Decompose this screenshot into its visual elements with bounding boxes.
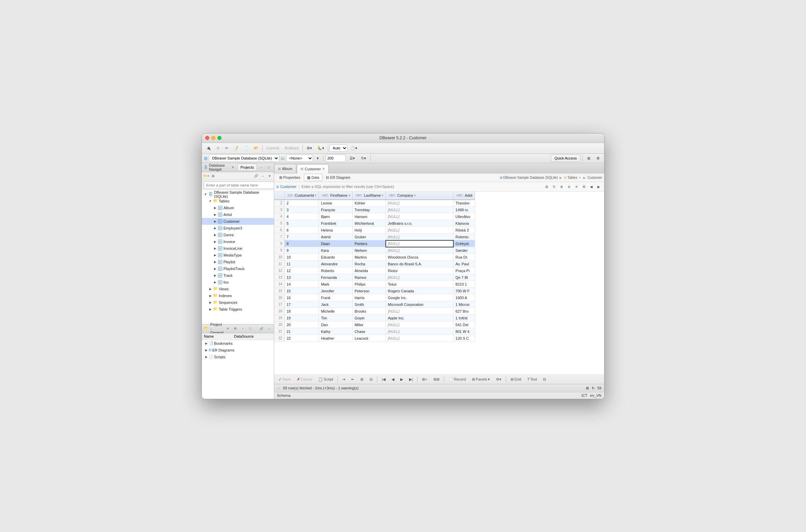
nav-minimize-button[interactable]: − xyxy=(258,164,264,170)
table-row[interactable]: Roberto xyxy=(319,267,352,274)
minimize-button[interactable] xyxy=(211,136,215,140)
sidebar-item-track[interactable]: ▶ ⊞ Track xyxy=(202,272,274,279)
table-row[interactable]: 13 xyxy=(274,274,284,281)
table-row[interactable]: 2 xyxy=(284,200,319,207)
close-button[interactable] xyxy=(205,136,209,140)
new-connection-button[interactable]: ☆ xyxy=(214,144,222,152)
table-row[interactable]: Hansen xyxy=(352,213,386,220)
table-row[interactable]: František xyxy=(319,220,352,227)
table-row[interactable]: Köhler xyxy=(352,200,386,207)
table-row[interactable]: 17 xyxy=(274,301,284,308)
table-row[interactable]: 20 xyxy=(284,321,319,328)
table-row[interactable]: François xyxy=(319,207,352,213)
more-options-button[interactable]: ⚙ xyxy=(594,154,602,162)
table-row[interactable]: JetBrains s.r.o. xyxy=(386,220,453,227)
subtab-erdiagram[interactable]: ⊟ ER Diagram xyxy=(323,174,353,181)
sidebar-item-sequences[interactable]: ▶ 📁 Sequences xyxy=(202,299,274,306)
table-row[interactable]: 2 xyxy=(274,200,284,207)
table-row[interactable]: 4 xyxy=(284,213,319,220)
table-row[interactable]: 11 xyxy=(284,261,319,267)
text-button[interactable]: T Text xyxy=(525,376,540,383)
project-link-button[interactable]: 🔗 xyxy=(258,325,264,331)
sidebar-item-db[interactable]: ▼ 🗄 DBeaver Sample Database (SQLite) xyxy=(202,191,274,198)
col-header-company[interactable]: ABC Company ▾ xyxy=(386,192,453,200)
table-row[interactable]: [NULL] xyxy=(386,328,453,335)
sidebar-item-mediatype[interactable]: ▶ ⊞ MediaType xyxy=(202,252,274,259)
table-row[interactable]: Rotentu xyxy=(453,233,475,240)
schema-select[interactable]: <None> xyxy=(286,154,313,162)
table-row[interactable]: Dan xyxy=(319,321,352,328)
table-row[interactable]: [NULL] xyxy=(386,240,453,247)
table-row[interactable]: Grétryst xyxy=(453,240,475,247)
table-row[interactable]: 8 xyxy=(284,240,319,247)
table-row[interactable]: [NULL] xyxy=(386,247,453,254)
sidebar-item-tabletriggers[interactable]: ▶ 📁 Table Triggers xyxy=(202,306,274,312)
disconnect-button[interactable]: ✂ xyxy=(223,144,230,152)
table-row[interactable]: Sønder xyxy=(453,247,475,254)
table-row[interactable]: 19 xyxy=(284,315,319,321)
rollback-button[interactable]: Rollback xyxy=(282,144,301,152)
col-header-addr[interactable]: ABC Addr xyxy=(453,192,475,200)
row-limit-input[interactable] xyxy=(325,154,346,162)
nav-next-button[interactable]: ▶ xyxy=(398,376,405,383)
table-row[interactable]: [NULL] xyxy=(386,227,453,233)
table-row[interactable]: Rua Dr. xyxy=(453,254,475,261)
cancel-button[interactable]: ✗ Cancel xyxy=(295,376,314,383)
table-row[interactable]: 627 Bro xyxy=(453,308,475,315)
lastname-filter-icon[interactable]: ▾ xyxy=(382,194,383,197)
copy-row-button[interactable]: ⊞⊞ xyxy=(431,376,442,383)
table-row[interactable]: 6 xyxy=(274,227,284,233)
sidebar-item-artist[interactable]: ▶ ⊞ Artist xyxy=(202,211,274,218)
table-row[interactable]: Riotur xyxy=(386,267,453,274)
table-row[interactable]: Almeida xyxy=(352,267,386,274)
table-row[interactable]: 17 xyxy=(284,301,319,308)
sidebar-item-foo[interactable]: ▶ ⊞ foo xyxy=(202,279,274,286)
table-row[interactable]: 10 xyxy=(284,254,319,261)
nav-dropdown-button[interactable]: ▾ xyxy=(266,173,273,179)
nav-filter-button[interactable]: ⊞ xyxy=(210,173,216,179)
nav-close-button[interactable]: ✕ xyxy=(230,164,236,170)
table-row[interactable]: Helena xyxy=(319,227,352,233)
table-row[interactable]: Smith xyxy=(352,301,386,308)
project-close-button[interactable]: ✕ xyxy=(225,325,231,331)
col-header-lastname[interactable]: ABC LastName ▾ xyxy=(352,192,386,200)
filter-refresh-button[interactable]: ↻ xyxy=(551,183,558,190)
table-row[interactable]: Miller xyxy=(352,321,386,328)
table-row[interactable]: 21 xyxy=(284,328,319,335)
company-filter-icon[interactable]: ▾ xyxy=(414,194,416,197)
db-select[interactable]: DBeaver Sample Database (SQLite) xyxy=(209,154,279,162)
filter-nav-back-button[interactable]: ◀ xyxy=(588,183,595,190)
open-script-button[interactable]: 📂 xyxy=(251,144,261,152)
project-item-scripts[interactable]: ▶ 📄 Scripts xyxy=(202,354,274,360)
table-row[interactable]: 5 xyxy=(274,220,284,227)
table-row[interactable]: Nielsen xyxy=(352,247,386,254)
table-row[interactable]: 541 Del xyxy=(453,321,475,328)
table-row[interactable]: Tim xyxy=(319,315,352,321)
col-header-customerid[interactable]: 123 CustomerId ▾ xyxy=(284,192,319,200)
table-row[interactable]: 16 xyxy=(274,294,284,301)
table-row[interactable]: Rocha xyxy=(352,261,386,267)
extra-view-button[interactable]: ⊟ xyxy=(541,376,548,383)
table-row[interactable]: Rogers Canada xyxy=(386,288,453,294)
table-row[interactable]: 16 xyxy=(284,294,319,301)
table-row[interactable]: Microsoft Corporation xyxy=(386,301,453,308)
subtab-data[interactable]: ▦ Data xyxy=(304,174,322,181)
filter-size-button[interactable]: ⊞ xyxy=(543,183,550,190)
col-header-firstname[interactable]: ABC FirstName ▾ xyxy=(319,192,352,200)
project-minimize[interactable]: − xyxy=(240,325,246,331)
grid-button[interactable]: ⊞ Grid xyxy=(508,376,524,383)
filter-add-button[interactable]: ⊕ xyxy=(558,183,565,190)
table-row[interactable]: Martins xyxy=(352,254,386,261)
table-row[interactable]: 1600 A xyxy=(453,294,475,301)
refresh-button[interactable]: ↻▾ xyxy=(359,154,369,162)
table-row[interactable]: 9 xyxy=(284,247,319,254)
table-row[interactable]: [NULL] xyxy=(386,274,453,281)
table-row[interactable]: Harris xyxy=(352,294,386,301)
settings-button[interactable]: ⚙▾ xyxy=(304,144,314,152)
table-row[interactable]: Qe 7 Bl xyxy=(453,274,475,281)
refresh-icon[interactable]: ↻ xyxy=(592,386,595,391)
tab-customer[interactable]: ⊞ Customer ✕ xyxy=(297,164,329,173)
table-row[interactable]: Jack xyxy=(319,301,352,308)
table-row[interactable]: Av. Paul xyxy=(453,261,475,267)
table-row[interactable]: Chase xyxy=(352,328,386,335)
